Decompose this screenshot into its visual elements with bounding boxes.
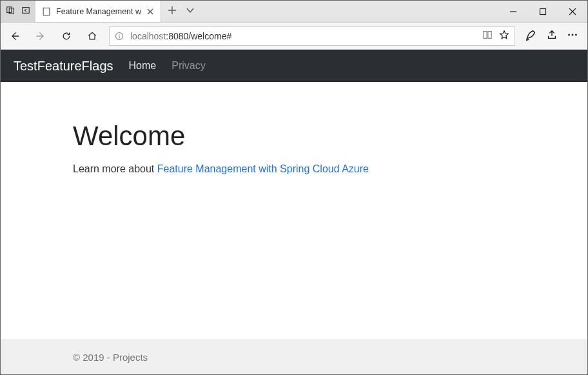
title-bar-drag-area bbox=[201, 1, 498, 22]
page-footer: © 2019 - Projects bbox=[1, 340, 587, 374]
nav-link-privacy[interactable]: Privacy bbox=[172, 60, 205, 72]
footer-text: © 2019 - Projects bbox=[73, 352, 148, 363]
url-path: :8080/welcome# bbox=[166, 31, 231, 41]
lead-paragraph: Learn more about Feature Management with… bbox=[73, 163, 515, 175]
site-navbar: TestFeatureFlags Home Privacy bbox=[1, 50, 587, 82]
close-window-button[interactable] bbox=[558, 1, 587, 23]
more-menu-icon[interactable] bbox=[567, 29, 578, 43]
svg-rect-3 bbox=[43, 8, 50, 15]
share-icon[interactable] bbox=[546, 29, 558, 43]
page-title: Welcome bbox=[73, 121, 515, 152]
svg-rect-2 bbox=[23, 7, 30, 13]
svg-rect-4 bbox=[540, 8, 546, 14]
notes-icon[interactable] bbox=[525, 29, 537, 43]
window-controls bbox=[498, 1, 587, 22]
url-host: localhost bbox=[130, 31, 166, 41]
browser-tab-title: Feature Management w bbox=[56, 7, 141, 16]
forward-button[interactable] bbox=[32, 31, 50, 41]
url-text: localhost:8080/welcome# bbox=[130, 31, 476, 41]
svg-point-7 bbox=[572, 34, 574, 35]
set-aside-tabs-icon[interactable] bbox=[21, 6, 30, 17]
close-tab-icon[interactable] bbox=[146, 8, 154, 15]
home-button[interactable] bbox=[83, 31, 101, 41]
new-tab-icon[interactable] bbox=[168, 6, 177, 17]
site-brand[interactable]: TestFeatureFlags bbox=[14, 59, 113, 74]
favorite-star-icon[interactable] bbox=[499, 30, 509, 42]
url-field[interactable]: localhost:8080/welcome# bbox=[109, 26, 515, 46]
toolbar-right-group bbox=[523, 29, 582, 43]
svg-point-6 bbox=[568, 34, 570, 35]
page-main-content: Welcome Learn more about Feature Managem… bbox=[1, 82, 587, 340]
minimize-button[interactable] bbox=[498, 1, 528, 23]
svg-point-8 bbox=[575, 34, 577, 35]
address-bar: localhost:8080/welcome# bbox=[1, 23, 587, 50]
browser-tab[interactable]: Feature Management w bbox=[35, 1, 161, 22]
site-info-icon[interactable] bbox=[115, 32, 124, 41]
window-title-bar: Feature Management w bbox=[1, 1, 587, 23]
maximize-button[interactable] bbox=[528, 1, 558, 23]
back-button[interactable] bbox=[6, 31, 24, 41]
tab-preview-chevron-icon[interactable] bbox=[186, 6, 195, 17]
tab-strip-actions bbox=[161, 1, 201, 22]
page-icon bbox=[42, 7, 51, 16]
tab-actions-icon[interactable] bbox=[6, 6, 15, 17]
reading-view-icon[interactable] bbox=[482, 30, 493, 42]
lead-link[interactable]: Feature Management with Spring Cloud Azu… bbox=[157, 163, 369, 174]
lead-text: Learn more about bbox=[73, 163, 157, 174]
title-bar-left-icons bbox=[1, 1, 35, 22]
nav-link-home[interactable]: Home bbox=[129, 60, 157, 72]
refresh-button[interactable] bbox=[57, 31, 75, 41]
